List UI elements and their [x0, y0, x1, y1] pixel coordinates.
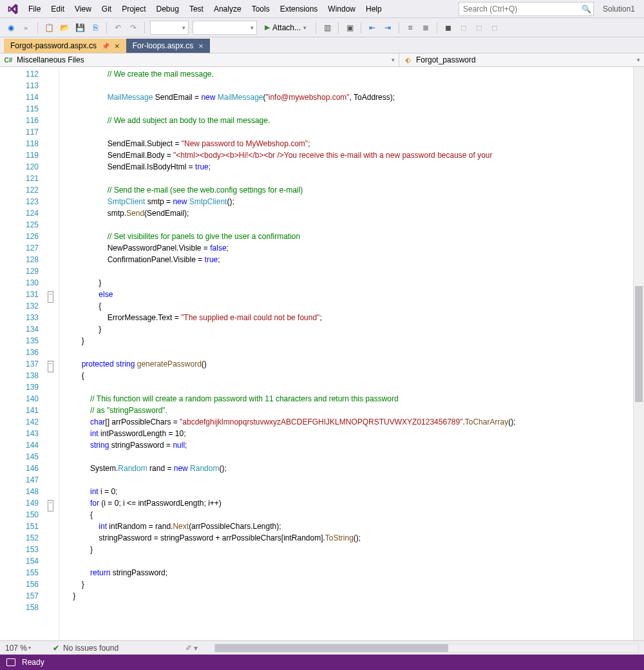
platform-combo[interactable]: [193, 21, 257, 35]
vertical-scrollbar[interactable]: [633, 67, 644, 640]
menu-tools[interactable]: Tools: [247, 2, 275, 16]
play-icon: ▶: [265, 23, 270, 32]
tb-icon-3[interactable]: ◻: [457, 21, 471, 35]
close-icon[interactable]: ×: [115, 41, 120, 51]
status-window-icon: [6, 658, 15, 666]
save-all-button[interactable]: ⎘: [88, 21, 102, 35]
forward-button[interactable]: ▸: [19, 21, 33, 35]
new-project-button[interactable]: 📋: [42, 21, 56, 35]
menu-git[interactable]: Git: [97, 2, 117, 16]
menu-project[interactable]: Project: [117, 2, 151, 16]
back-button[interactable]: ◉: [4, 21, 18, 35]
csharp-icon: C#: [4, 55, 13, 64]
status-text: Ready: [22, 658, 44, 667]
class-combo[interactable]: ⬖ Forgot_password: [399, 53, 644, 66]
project-combo[interactable]: C# Miscellaneous Files: [0, 53, 399, 66]
comment-button[interactable]: ≡: [403, 21, 417, 35]
tab-label: Forgot-password.aspx.cs: [10, 41, 97, 50]
horizontal-scrollbar[interactable]: [214, 644, 639, 653]
config-combo[interactable]: [150, 21, 189, 35]
tool-icon[interactable]: ✐ ▾: [185, 644, 198, 653]
tab-label: For-loops.aspx.cs: [133, 41, 194, 50]
fold-column: −−−: [45, 67, 59, 640]
menu-test[interactable]: Test: [184, 2, 209, 16]
tab-forgot-password-aspx-cs[interactable]: Forgot-password.aspx.cs📌×: [4, 39, 126, 53]
scroll-thumb[interactable]: [635, 286, 643, 402]
project-label: Miscellaneous Files: [17, 55, 84, 64]
code-area[interactable]: // We create the mail message. MailMessa…: [59, 67, 633, 640]
editor: 1121131141151161171181191201211221231241…: [0, 67, 644, 640]
pin-icon[interactable]: 📌: [102, 43, 109, 50]
class-icon: ⬖: [403, 55, 412, 64]
check-icon: ✔: [53, 644, 59, 653]
attach-button[interactable]: ▶ Attach... ▾: [260, 21, 312, 35]
bottom-info-bar: 107 % ✔ No issues found ✐ ▾: [0, 640, 644, 655]
toolbar: ◉ ▸ 📋 📂 💾 ⎘ ↶ ↷ ▶ Attach... ▾ ▥ ▣ ⇤ ⇥ ≡ …: [0, 18, 644, 37]
open-button[interactable]: 📂: [57, 21, 71, 35]
bookmark-button[interactable]: ◼: [441, 21, 455, 35]
zoom-combo[interactable]: 107 %: [5, 644, 31, 653]
menu-analyze[interactable]: Analyze: [209, 2, 247, 16]
undo-button[interactable]: ↶: [111, 21, 125, 35]
statusbar: Ready: [0, 655, 644, 670]
tb-icon-2[interactable]: ▣: [343, 21, 357, 35]
search-box[interactable]: 🔍: [459, 2, 594, 16]
menu-edit[interactable]: Edit: [46, 2, 70, 16]
class-label: Forgot_password: [416, 55, 476, 64]
uncomment-button[interactable]: ≣: [419, 21, 433, 35]
solution-label[interactable]: Solution1: [594, 5, 644, 14]
menu-view[interactable]: View: [70, 2, 97, 16]
tabbar: Forgot-password.aspx.cs📌×For-loops.aspx.…: [0, 37, 644, 53]
save-button[interactable]: 💾: [73, 21, 87, 35]
search-icon[interactable]: 🔍: [580, 5, 593, 14]
outdent-button[interactable]: ⇥: [381, 21, 395, 35]
menu-debug[interactable]: Debug: [151, 2, 184, 16]
tb-icon-5[interactable]: ◻: [488, 21, 502, 35]
menu-extensions[interactable]: Extensions: [275, 2, 323, 16]
attach-label: Attach...: [272, 23, 301, 32]
menubar: FileEditViewGitProjectDebugTestAnalyzeTo…: [0, 0, 644, 18]
tb-icon-1[interactable]: ▥: [320, 21, 334, 35]
issues-label: No issues found: [63, 644, 118, 653]
line-gutter: 1121131141151161171181191201211221231241…: [0, 67, 45, 640]
tb-icon-4[interactable]: ◻: [472, 21, 486, 35]
search-input[interactable]: [459, 5, 580, 14]
close-icon[interactable]: ×: [198, 41, 204, 51]
menu-help[interactable]: Help: [361, 2, 387, 16]
indent-button[interactable]: ⇤: [365, 21, 379, 35]
redo-button[interactable]: ↷: [126, 21, 140, 35]
menu-file[interactable]: File: [23, 2, 46, 16]
issues-indicator[interactable]: ✔ No issues found: [53, 644, 118, 653]
vs-logo-icon: [6, 3, 19, 15]
tab-for-loops-aspx-cs[interactable]: For-loops.aspx.cs×: [126, 39, 210, 53]
navbar: C# Miscellaneous Files ⬖ Forgot_password: [0, 53, 644, 67]
menu-window[interactable]: Window: [323, 2, 361, 16]
hscroll-thumb[interactable]: [215, 644, 448, 652]
